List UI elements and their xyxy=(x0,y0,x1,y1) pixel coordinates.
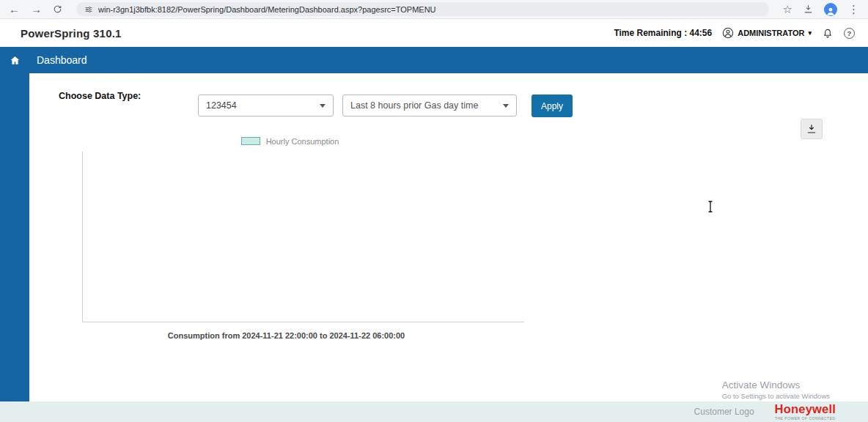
activate-windows-watermark: Activate Windows Go to Settings to activ… xyxy=(722,380,830,400)
unit-id-value: 123454 xyxy=(206,100,237,111)
chart-plot xyxy=(82,152,524,322)
watermark-line1: Activate Windows xyxy=(722,380,830,390)
readings-table xyxy=(600,136,838,340)
top-nav: Dashboard xyxy=(0,47,868,73)
apply-button[interactable]: Apply xyxy=(532,95,573,117)
export-download-button[interactable] xyxy=(801,119,823,139)
chevron-down-icon xyxy=(320,104,326,108)
url-text: win-r3gn1j3bfbk:8182/PowerSpring/Dashboa… xyxy=(98,5,436,14)
legend-swatch xyxy=(241,137,260,145)
downloads-icon[interactable] xyxy=(803,4,813,14)
address-bar[interactable]: win-r3gn1j3bfbk:8182/PowerSpring/Dashboa… xyxy=(76,2,769,16)
browser-menu-icon[interactable]: ⋮ xyxy=(848,4,859,15)
person-icon xyxy=(825,6,836,16)
time-remaining: Time Remaining : 44:56 xyxy=(614,28,712,38)
notifications-bell-icon[interactable] xyxy=(822,27,834,39)
caret-down-icon: ▾ xyxy=(808,29,812,37)
profile-avatar[interactable] xyxy=(824,3,837,16)
browser-toolbar: ← → win-r3gn1j3bfbk:8182/PowerSpring/Das… xyxy=(0,0,868,19)
hourly-consumption-chart: Hourly Consumption Consumption from 2024… xyxy=(48,136,532,340)
back-icon[interactable]: ← xyxy=(9,4,20,15)
customer-logo: Customer Logo xyxy=(694,407,754,417)
choose-data-type-label: Choose Data Type: xyxy=(59,91,189,101)
text-cursor xyxy=(706,200,715,213)
footer: Customer Logo Honeywell THE POWER OF CON… xyxy=(0,401,868,422)
home-icon[interactable] xyxy=(0,54,29,67)
watermark-line2: Go to Settings to activate Windows xyxy=(722,392,830,400)
page-title: Dashboard xyxy=(37,54,87,66)
legend-label: Hourly Consumption xyxy=(266,137,339,146)
brand-name: Honeywell xyxy=(775,403,836,415)
brand-tagline: THE POWER OF CONNECTED xyxy=(775,417,836,421)
refresh-icon[interactable] xyxy=(53,4,62,14)
honeywell-logo: Honeywell THE POWER OF CONNECTED xyxy=(775,403,836,421)
time-range-select[interactable]: Last 8 hours prior Gas day time xyxy=(342,95,517,116)
chevron-down-icon xyxy=(503,104,509,108)
user-icon xyxy=(722,27,734,39)
app-title: PowerSpring 310.1 xyxy=(21,27,122,40)
main-content: Choose Data Type: 123454 Last 8 hours pr… xyxy=(29,73,868,401)
data-type-chooser: Choose Data Type: xyxy=(59,91,189,106)
user-menu[interactable]: ADMINISTRATOR ▾ xyxy=(722,27,812,39)
chart-caption: Consumption from 2024-11-21 22:00:00 to … xyxy=(48,331,524,340)
controls-row: Choose Data Type: 123454 Last 8 hours pr… xyxy=(41,91,868,117)
chart-y-axis xyxy=(48,152,82,322)
user-name: ADMINISTRATOR xyxy=(738,29,804,37)
unit-id-select[interactable]: 123454 xyxy=(198,95,334,116)
forward-icon[interactable]: → xyxy=(31,4,42,15)
time-range-value: Last 8 hours prior Gas day time xyxy=(350,100,478,111)
sidebar xyxy=(0,73,29,401)
download-icon xyxy=(806,123,817,135)
chart-legend: Hourly Consumption xyxy=(48,136,532,146)
bookmark-star-icon[interactable]: ☆ xyxy=(783,4,792,15)
site-settings-icon[interactable] xyxy=(84,5,93,14)
app-header: PowerSpring 310.1 Time Remaining : 44:56… xyxy=(0,19,868,47)
help-icon[interactable]: ? xyxy=(844,28,855,39)
